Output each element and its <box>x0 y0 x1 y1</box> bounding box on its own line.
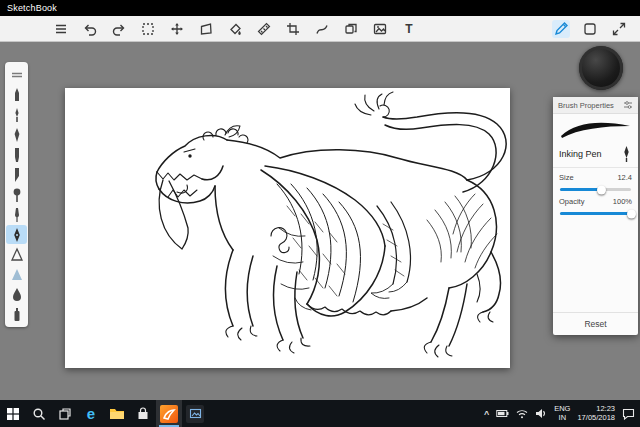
brush-properties-panel: Brush Properties Inking Pen Size 12.4 <box>553 97 638 335</box>
opacity-label: Opacity <box>559 197 584 206</box>
brush-stroke-preview <box>553 114 638 144</box>
sketchbook-tile <box>160 405 178 423</box>
brush-airbrush-icon[interactable] <box>6 185 27 204</box>
photos-tile <box>186 405 204 423</box>
windows-taskbar: e ^ ENG IN 12:23 <box>0 400 640 427</box>
opacity-slider-thumb[interactable] <box>627 209 636 218</box>
palette-grip-icon[interactable] <box>6 65 27 84</box>
sketchbook-taskbar-icon[interactable] <box>156 400 182 427</box>
distort-icon[interactable] <box>197 20 215 38</box>
layers-icon[interactable] <box>581 20 599 38</box>
photos-taskbar-icon[interactable] <box>182 400 208 427</box>
brush-pencil-icon[interactable] <box>6 85 27 104</box>
size-slider[interactable] <box>560 188 631 191</box>
store-icon[interactable] <box>130 400 156 427</box>
transform-icon[interactable] <box>168 20 186 38</box>
battery-icon[interactable] <box>496 409 509 418</box>
volume-icon[interactable] <box>535 408 547 419</box>
brush-smear-icon[interactable] <box>6 245 27 264</box>
file-explorer-icon[interactable] <box>104 400 130 427</box>
redo-icon[interactable] <box>110 20 128 38</box>
tray-chevron-up-icon[interactable]: ^ <box>484 409 489 419</box>
language-indicator[interactable]: ENG IN <box>554 405 570 422</box>
guides-icon[interactable] <box>255 20 273 38</box>
opacity-slider[interactable] <box>560 212 631 215</box>
edge-icon[interactable]: e <box>78 400 104 427</box>
brush-paint-tube-icon[interactable] <box>6 305 27 324</box>
brush-inking-pen-icon[interactable] <box>6 225 27 244</box>
text-icon[interactable]: T <box>400 20 418 38</box>
import-image-icon[interactable] <box>371 20 389 38</box>
brush-fountain-pen-icon[interactable] <box>6 125 27 144</box>
size-label: Size <box>559 173 574 182</box>
action-center-icon[interactable] <box>622 408 635 420</box>
system-tray: ^ ENG IN 12:23 17/05/2018 <box>484 400 640 427</box>
opacity-param-row: Opacity 100% <box>553 192 638 206</box>
wifi-icon[interactable] <box>516 409 528 419</box>
title-bar: SketchBook <box>0 0 640 16</box>
brush-blur-droplet-icon[interactable] <box>6 285 27 304</box>
panel-header[interactable]: Brush Properties <box>553 97 638 114</box>
canvas-artwork <box>65 88 510 368</box>
color-puck[interactable] <box>579 46 623 90</box>
brush-tool-icon[interactable] <box>552 20 570 38</box>
size-value: 12.4 <box>617 173 632 182</box>
search-button[interactable] <box>26 400 52 427</box>
select-icon[interactable] <box>139 20 157 38</box>
menu-icon[interactable] <box>52 20 70 38</box>
brush-ballpoint-icon[interactable] <box>6 105 27 124</box>
app-title: SketchBook <box>7 3 57 13</box>
fill-icon[interactable] <box>226 20 244 38</box>
brush-soft-smear-icon[interactable] <box>6 265 27 284</box>
crop-icon[interactable] <box>284 20 302 38</box>
symmetry-icon[interactable] <box>342 20 360 38</box>
panel-title: Brush Properties <box>558 101 614 110</box>
brush-name-row: Inking Pen <box>553 144 638 168</box>
start-button[interactable] <box>0 400 26 427</box>
reset-button[interactable]: Reset <box>553 312 638 335</box>
brush-marker-icon[interactable] <box>6 145 27 164</box>
size-slider-thumb[interactable] <box>597 185 606 194</box>
panel-settings-icon[interactable] <box>623 100 633 110</box>
toolbar-right-group <box>552 20 628 38</box>
clock[interactable]: 12:23 17/05/2018 <box>577 405 615 422</box>
pen-nib-icon <box>621 145 632 163</box>
size-slider-fill <box>560 188 601 191</box>
brush-paintbrush-icon[interactable] <box>6 205 27 224</box>
brush-chisel-icon[interactable] <box>6 165 27 184</box>
toolbar-left-group: T <box>52 20 418 38</box>
stroke-icon[interactable] <box>313 20 331 38</box>
opacity-value: 100% <box>613 197 632 206</box>
brush-name: Inking Pen <box>559 149 602 159</box>
main-toolbar: T <box>0 16 640 42</box>
sketchbook-window: SketchBook <box>0 0 640 427</box>
drawing-canvas[interactable] <box>65 88 510 368</box>
clock-date: 17/05/2018 <box>577 414 615 423</box>
brush-palette <box>5 62 28 327</box>
task-view-button[interactable] <box>52 400 78 427</box>
size-param-row: Size 12.4 <box>553 168 638 182</box>
undo-icon[interactable] <box>81 20 99 38</box>
opacity-slider-fill <box>560 212 631 215</box>
fullscreen-icon[interactable] <box>610 20 628 38</box>
